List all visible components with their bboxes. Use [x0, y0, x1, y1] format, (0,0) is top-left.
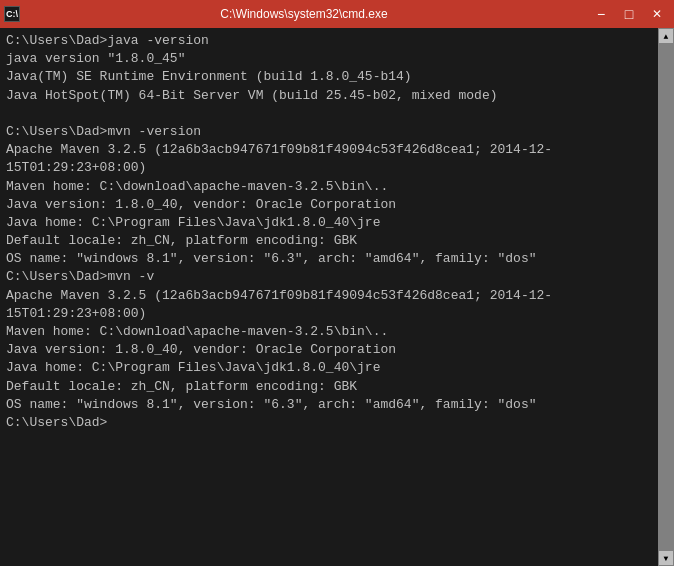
scrollbar-thumb[interactable]: [658, 44, 674, 550]
title-bar-left: C:\: [4, 6, 20, 22]
cmd-icon: C:\: [4, 6, 20, 22]
scrollbar[interactable]: ▲ ▼: [658, 28, 674, 566]
title-bar-center: C:\Windows\system32\cmd.exe: [20, 7, 588, 22]
terminal-output[interactable]: C:\Users\Dad>java -version java version …: [0, 28, 658, 566]
close-button[interactable]: ✕: [644, 4, 670, 24]
window-title: C:\Windows\system32\cmd.exe: [220, 7, 387, 21]
window-controls: − □ ✕: [588, 4, 670, 24]
title-bar: C:\ C:\Windows\system32\cmd.exe − □ ✕: [0, 0, 674, 28]
terminal-wrapper: C:\Users\Dad>java -version java version …: [0, 28, 674, 566]
scrollbar-down-button[interactable]: ▼: [658, 550, 674, 566]
scrollbar-up-button[interactable]: ▲: [658, 28, 674, 44]
maximize-button[interactable]: □: [616, 4, 642, 24]
minimize-button[interactable]: −: [588, 4, 614, 24]
